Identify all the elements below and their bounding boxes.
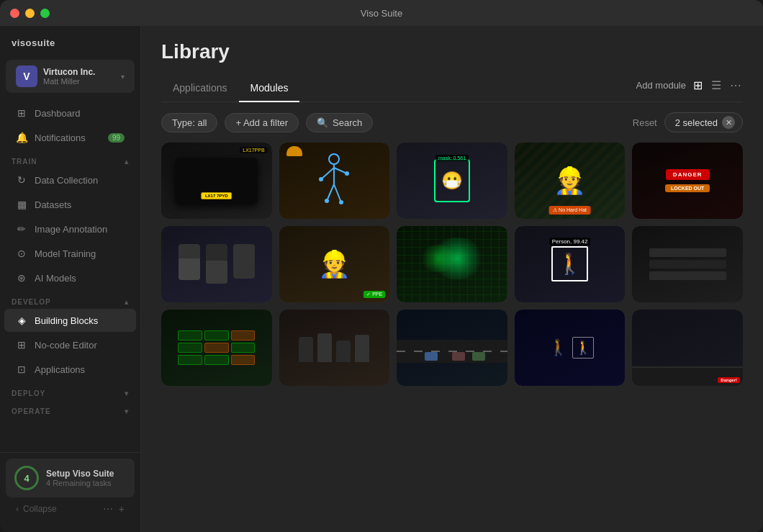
- module-card-meeting[interactable]: [279, 310, 390, 386]
- module-card-person-detection[interactable]: 🚶 Person, 99.42: [515, 226, 626, 302]
- tab-applications[interactable]: Applications: [161, 75, 239, 102]
- sidebar-item-label: Model Training: [35, 248, 96, 259]
- svg-line-2: [321, 168, 334, 179]
- main-content: Library Applications Modules Add module …: [141, 26, 763, 532]
- main-header: Library Applications Modules Add module …: [141, 26, 763, 102]
- sidebar-item-datasets[interactable]: ▦ Datasets: [4, 193, 136, 216]
- module-card-ppe[interactable]: 👷 ⚠ No Hard Hat: [515, 143, 626, 219]
- window-title: Viso Suite: [361, 8, 402, 19]
- add-icon: +: [119, 503, 125, 515]
- chevron-down-icon: ▾: [125, 407, 129, 415]
- chevron-left-icon: ‹: [16, 504, 19, 514]
- dashboard-icon: ⊞: [16, 107, 27, 119]
- sidebar-item-applications[interactable]: ⊡ Applications: [4, 358, 136, 381]
- module-card-hardhat[interactable]: 👷 ✓ PPE: [279, 226, 390, 302]
- module-card-office[interactable]: [161, 226, 272, 302]
- module-card-traffic[interactable]: [397, 310, 507, 386]
- applications-icon: ⊡: [16, 364, 27, 375]
- chevron-down-icon: ▾: [121, 73, 125, 81]
- section-develop: DEVELOP ▴: [0, 291, 140, 309]
- maximize-button[interactable]: [40, 9, 50, 18]
- sidebar-item-label: Applications: [35, 364, 85, 375]
- sidebar-item-dashboard[interactable]: ⊞ Dashboard: [4, 102, 136, 125]
- module-card-heatmap[interactable]: [397, 226, 507, 302]
- search-label: Search: [333, 117, 362, 128]
- add-filter-button[interactable]: + Add a filter: [225, 113, 299, 132]
- setup-sub: 4 Remaining tasks: [46, 479, 114, 487]
- svg-point-9: [339, 200, 343, 204]
- setup-card[interactable]: 4 Setup Viso Suite 4 Remaining tasks: [6, 459, 135, 497]
- add-filter-label: + Add a filter: [235, 117, 288, 128]
- bell-icon: 🔔: [16, 132, 27, 143]
- grid-view-icon[interactable]: ⊞: [692, 77, 704, 94]
- sidebar-item-label: Data Collection: [35, 175, 98, 186]
- module-card-railway[interactable]: Danger!: [632, 310, 743, 386]
- module-card-face-mask[interactable]: 😷 mask: 0.561: [397, 143, 507, 219]
- chevron-up-icon: ▴: [125, 158, 129, 166]
- window-controls[interactable]: [10, 9, 50, 18]
- setup-ring: 4: [14, 466, 39, 490]
- sidebar-item-building-blocks[interactable]: ◈ Building Blocks: [4, 309, 136, 332]
- more-options-icon[interactable]: ⋯: [728, 77, 743, 94]
- type-filter-label: Type: all: [172, 117, 207, 128]
- module-card-danger[interactable]: DANGER LOCKED OUT: [632, 143, 743, 219]
- sidebar-item-no-code-editor[interactable]: ⊞ No-code Editor: [4, 333, 136, 356]
- sidebar-item-model-training[interactable]: ⊙ Model Training: [4, 242, 136, 265]
- section-operate: OPERATE ▾: [0, 400, 140, 418]
- ai-models-icon: ⊛: [16, 272, 27, 284]
- sidebar-logo: visosuite: [0, 37, 140, 60]
- avatar: V: [16, 66, 37, 87]
- user-block[interactable]: V Virtucon Inc. Matt Miller ▾: [6, 60, 135, 93]
- data-collection-icon: ↻: [16, 174, 27, 186]
- type-filter[interactable]: Type: all: [161, 113, 217, 132]
- sidebar-item-label: AI Models: [35, 273, 76, 284]
- reset-button[interactable]: Reset: [633, 117, 657, 128]
- tabs-row: Applications Modules Add module ⊞ ☰ ⋯: [161, 75, 743, 102]
- module-grid: LX17 7PYD LX17PPB: [161, 143, 743, 386]
- module-card-parking[interactable]: [161, 310, 272, 386]
- section-deploy: DEPLOY ▾: [0, 382, 140, 400]
- sidebar-item-ai-models[interactable]: ⊛ AI Models: [4, 266, 136, 289]
- notification-badge: 99: [108, 133, 125, 143]
- sidebar-item-label: Image Annotation: [35, 224, 107, 235]
- module-grid-area: LX17 7PYD LX17PPB: [141, 143, 763, 532]
- svg-point-7: [345, 171, 349, 176]
- sidebar-item-label: Datasets: [35, 199, 71, 210]
- model-training-icon: ⊙: [16, 248, 27, 259]
- user-name: Virtucon Inc.: [43, 67, 121, 77]
- setup-title: Setup Viso Suite: [46, 469, 114, 479]
- chevron-down-icon: ▾: [125, 389, 129, 397]
- add-module-button[interactable]: Add module: [636, 80, 686, 91]
- search-icon: 🔍: [317, 117, 328, 128]
- svg-point-6: [319, 177, 323, 181]
- dots-icon: ⋯: [103, 503, 113, 515]
- list-view-icon[interactable]: ☰: [710, 77, 723, 94]
- collapse-row[interactable]: ‹ Collapse ⋯ +: [6, 497, 135, 520]
- module-card-lpr[interactable]: LX17 7PYD LX17PPB: [161, 143, 272, 219]
- section-train: TRAIN ▴: [0, 150, 140, 168]
- svg-point-8: [325, 199, 329, 203]
- module-card-skeleton[interactable]: [279, 143, 390, 219]
- tabs: Applications Modules: [161, 75, 299, 102]
- filter-row: Type: all + Add a filter 🔍 Search Reset …: [141, 102, 763, 143]
- user-sub: Matt Miller: [43, 77, 121, 86]
- sidebar-item-label: Building Blocks: [35, 315, 98, 326]
- chevron-up-icon: ▴: [125, 298, 129, 306]
- titlebar: Viso Suite: [0, 0, 763, 26]
- sidebar-item-label: Notifications: [35, 132, 86, 143]
- minimize-button[interactable]: [25, 9, 35, 18]
- sidebar: visosuite V Virtucon Inc. Matt Miller ▾ …: [0, 26, 141, 532]
- sidebar-item-data-collection[interactable]: ↻ Data Collection: [4, 168, 136, 191]
- module-card-warehouse[interactable]: [632, 226, 743, 302]
- collapse-label: Collapse: [23, 504, 57, 514]
- editor-icon: ⊞: [16, 339, 27, 351]
- search-chip[interactable]: 🔍 Search: [306, 113, 373, 132]
- clear-selection-button[interactable]: ✕: [722, 116, 735, 129]
- sidebar-item-image-annotation[interactable]: ✏ Image Annotation: [4, 217, 136, 240]
- sidebar-item-notifications[interactable]: 🔔 Notifications 99: [4, 126, 136, 149]
- svg-line-4: [327, 184, 334, 201]
- tab-modules[interactable]: Modules: [239, 75, 300, 102]
- module-card-pedestrian[interactable]: 🚶 🚶: [515, 310, 626, 386]
- selected-badge: 2 selected ✕: [664, 112, 743, 132]
- close-button[interactable]: [10, 9, 19, 18]
